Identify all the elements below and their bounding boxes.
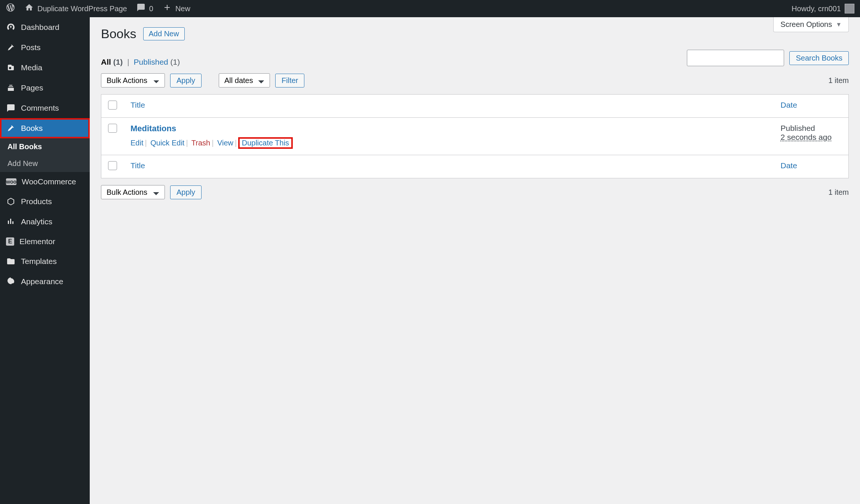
apply-button[interactable]: Apply [170, 74, 202, 87]
col-title[interactable]: Title [130, 101, 145, 109]
col-date-footer[interactable]: Date [781, 161, 797, 170]
menu-label: Templates [21, 257, 57, 266]
screen-options-label: Screen Options [780, 20, 832, 29]
menu-label: Pages [21, 83, 43, 92]
action-edit[interactable]: Edit [130, 139, 143, 147]
screen-options-toggle[interactable]: Screen Options ▼ [773, 17, 849, 32]
submenu-books: All Books Add New [0, 138, 90, 172]
view-filters: All (1) | Published (1) [101, 58, 180, 67]
posts-table: Title Date Meditations Edit| Quick Edit|… [101, 94, 849, 178]
menu-templates[interactable]: Templates [0, 251, 90, 271]
chevron-down-icon: ▼ [836, 21, 842, 28]
menu-label: Books [21, 124, 43, 133]
action-trash[interactable]: Trash [191, 139, 210, 147]
pin-icon [6, 123, 16, 133]
plus-icon [163, 3, 172, 14]
media-icon [6, 63, 16, 73]
row-time: 2 seconds ago [781, 133, 842, 142]
site-name: Duplicate WordPress Page [37, 4, 127, 13]
search-button[interactable]: Search Books [789, 51, 849, 65]
add-new-button[interactable]: Add New [143, 27, 185, 40]
home-icon [25, 3, 34, 14]
highlight-annotation: Duplicate This [238, 137, 293, 149]
menu-label: Media [21, 63, 42, 72]
admin-bar: Duplicate WordPress Page 0 New Howdy, cr… [0, 0, 860, 17]
menu-label: Posts [21, 43, 41, 52]
woo-icon: woo [6, 178, 16, 185]
elementor-icon: E [6, 237, 14, 246]
comments-icon [6, 103, 16, 113]
menu-elementor[interactable]: E Elementor [0, 232, 90, 251]
search-input[interactable] [687, 50, 784, 66]
menu-analytics[interactable]: Analytics [0, 212, 90, 232]
site-link[interactable]: Duplicate WordPress Page [25, 3, 127, 14]
pin-icon [6, 43, 16, 52]
menu-comments[interactable]: Comments [0, 98, 90, 118]
col-date[interactable]: Date [781, 101, 797, 109]
filter-button[interactable]: Filter [275, 74, 304, 87]
bulk-actions-select-bottom[interactable]: Bulk Actions [101, 185, 165, 199]
products-icon [6, 197, 16, 206]
submenu-all-books[interactable]: All Books [0, 138, 90, 155]
item-count-bottom: 1 item [829, 188, 849, 197]
row-title-link[interactable]: Meditations [130, 124, 176, 133]
item-count-top: 1 item [829, 76, 849, 85]
pages-icon [6, 83, 16, 93]
menu-label: Elementor [19, 237, 55, 246]
user-menu[interactable]: Howdy, crn001 [792, 4, 854, 13]
page-title: Books [101, 27, 136, 41]
analytics-icon [6, 217, 16, 227]
appearance-icon [6, 277, 16, 286]
submenu-add-new[interactable]: Add New [0, 155, 90, 172]
filter-published[interactable]: Published (1) [134, 58, 180, 66]
menu-media[interactable]: Media [0, 58, 90, 78]
comments-count: 0 [149, 4, 153, 13]
menu-products[interactable]: Products [0, 191, 90, 212]
new-label: New [175, 4, 190, 13]
menu-label: Dashboard [21, 23, 59, 32]
menu-label: WooCommerce [22, 177, 76, 186]
avatar-icon [845, 4, 854, 13]
bulk-actions-select[interactable]: Bulk Actions [101, 73, 165, 87]
select-all-checkbox[interactable] [108, 101, 117, 110]
row-status: Published [781, 124, 842, 133]
menu-appearance[interactable]: Appearance [0, 271, 90, 292]
templates-icon [6, 256, 16, 266]
action-duplicate[interactable]: Duplicate This [242, 139, 289, 147]
menu-woocommerce[interactable]: woo WooCommerce [0, 172, 90, 191]
wordpress-icon [6, 3, 15, 15]
row-actions: Edit| Quick Edit| Trash| View| Duplicate… [130, 137, 767, 149]
filter-all[interactable]: All (1) [101, 58, 123, 66]
action-view[interactable]: View [217, 139, 233, 147]
menu-pages[interactable]: Pages [0, 78, 90, 98]
menu-posts[interactable]: Posts [0, 37, 90, 58]
apply-button-bottom[interactable]: Apply [170, 185, 202, 199]
howdy-text: Howdy, crn001 [792, 4, 841, 13]
select-all-checkbox-footer[interactable] [108, 161, 117, 170]
wp-logo[interactable] [6, 3, 15, 15]
col-title-footer[interactable]: Title [130, 161, 145, 170]
menu-label: Analytics [21, 217, 52, 226]
menu-books[interactable]: Books [0, 118, 90, 138]
row-checkbox[interactable] [108, 124, 117, 133]
date-filter-select[interactable]: All dates [219, 73, 270, 87]
comments-link[interactable]: 0 [136, 3, 153, 14]
menu-dashboard[interactable]: Dashboard [0, 17, 90, 37]
comment-icon [136, 3, 145, 14]
admin-sidebar: Dashboard Posts Media Pages Comments Boo… [0, 17, 90, 504]
new-link[interactable]: New [163, 3, 190, 14]
action-quick-edit[interactable]: Quick Edit [150, 139, 184, 147]
menu-label: Products [21, 197, 52, 206]
menu-label: Comments [21, 104, 59, 113]
table-row: Meditations Edit| Quick Edit| Trash| Vie… [101, 118, 849, 155]
menu-label: Appearance [21, 277, 63, 286]
dashboard-icon [6, 22, 16, 32]
